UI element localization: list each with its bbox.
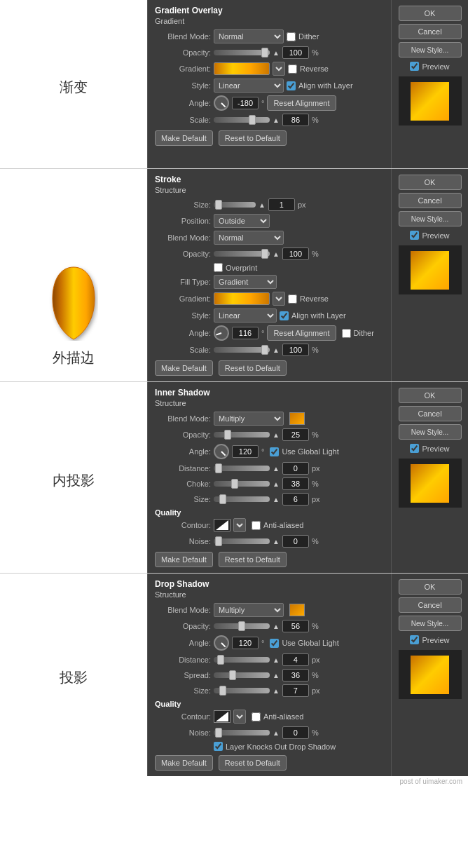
distance-input-drop[interactable] bbox=[282, 653, 309, 666]
gradient-bar-stroke[interactable] bbox=[214, 292, 270, 305]
size-slider-inner[interactable] bbox=[214, 496, 270, 502]
cancel-btn-gradient[interactable]: Cancel bbox=[399, 24, 462, 39]
blend-mode-select-drop[interactable]: Multiply Normal bbox=[214, 603, 284, 617]
new-style-btn-stroke[interactable]: New Style... bbox=[399, 211, 462, 226]
reset-alignment-btn-stroke[interactable]: Reset Alignment bbox=[267, 325, 336, 341]
spread-thumb-drop[interactable] bbox=[229, 670, 236, 680]
anti-aliased-checkbox-inner[interactable] bbox=[252, 521, 261, 530]
angle-dial-gradient[interactable] bbox=[214, 95, 229, 111]
choke-slider-inner[interactable] bbox=[214, 481, 270, 487]
scale-slider-stroke[interactable] bbox=[214, 347, 270, 353]
distance-input-inner[interactable] bbox=[282, 462, 309, 475]
ok-btn-drop[interactable]: OK bbox=[399, 579, 462, 595]
gradient-dropdown[interactable]: ▾ bbox=[273, 62, 285, 76]
opacity-slider-drop[interactable] bbox=[214, 623, 270, 629]
size-slider-drop[interactable] bbox=[214, 688, 270, 693]
opacity-thumb-gradient[interactable] bbox=[261, 48, 268, 57]
scale-input-gradient[interactable] bbox=[282, 114, 309, 126]
global-light-checkbox-drop[interactable] bbox=[270, 639, 279, 648]
opacity-slider-stroke[interactable] bbox=[214, 251, 270, 257]
layer-knocks-checkbox[interactable] bbox=[214, 742, 223, 751]
gradient-dropdown-stroke[interactable]: ▾ bbox=[273, 292, 285, 306]
ok-btn-inner[interactable]: OK bbox=[399, 388, 462, 403]
reset-default-btn-gradient[interactable]: Reset to Default bbox=[219, 130, 287, 146]
noise-slider-drop[interactable] bbox=[214, 730, 270, 735]
new-style-btn-drop[interactable]: New Style... bbox=[399, 616, 462, 631]
size-thumb-inner[interactable] bbox=[219, 494, 226, 504]
cancel-btn-drop[interactable]: Cancel bbox=[399, 597, 462, 613]
opacity-slider-inner[interactable] bbox=[214, 432, 270, 438]
make-default-btn-gradient[interactable]: Make Default bbox=[155, 130, 213, 146]
noise-input-drop[interactable] bbox=[282, 726, 309, 739]
distance-slider-drop[interactable] bbox=[214, 657, 270, 663]
contour-dropdown-drop[interactable]: ▾ bbox=[233, 710, 246, 724]
make-default-btn-inner[interactable]: Make Default bbox=[155, 552, 213, 567]
opacity-input-stroke[interactable] bbox=[282, 247, 309, 260]
reverse-checkbox[interactable] bbox=[288, 65, 297, 74]
new-style-btn-gradient[interactable]: New Style... bbox=[399, 42, 462, 57]
reset-default-btn-inner[interactable]: Reset to Default bbox=[219, 552, 287, 567]
angle-input-inner[interactable] bbox=[232, 445, 259, 458]
size-slider-stroke[interactable] bbox=[214, 202, 256, 208]
size-input-stroke[interactable] bbox=[268, 198, 295, 211]
noise-input-inner[interactable] bbox=[282, 535, 309, 548]
spread-slider-drop[interactable] bbox=[214, 672, 270, 678]
angle-dial-stroke[interactable] bbox=[211, 323, 231, 343]
distance-slider-inner[interactable] bbox=[214, 466, 270, 471]
blend-mode-select-inner[interactable]: Multiply Normal bbox=[214, 412, 284, 426]
new-style-btn-inner[interactable]: New Style... bbox=[399, 424, 462, 440]
opacity-input-gradient[interactable] bbox=[282, 46, 309, 59]
contour-preview-drop[interactable] bbox=[214, 710, 230, 723]
align-layer-checkbox-stroke[interactable] bbox=[280, 311, 289, 320]
style-select-gradient[interactable]: Linear Radial bbox=[214, 79, 284, 93]
opacity-thumb-stroke[interactable] bbox=[261, 249, 268, 259]
blend-color-swatch-drop[interactable] bbox=[289, 604, 305, 616]
cancel-btn-stroke[interactable]: Cancel bbox=[399, 193, 462, 208]
scale-input-stroke[interactable] bbox=[282, 344, 309, 356]
make-default-btn-stroke[interactable]: Make Default bbox=[155, 360, 213, 376]
blend-mode-select[interactable]: Normal Multiply bbox=[214, 29, 284, 43]
ok-btn-gradient[interactable]: OK bbox=[399, 6, 462, 21]
preview-check-gradient[interactable] bbox=[410, 62, 419, 71]
preview-check-stroke[interactable] bbox=[410, 231, 419, 240]
reverse-checkbox-stroke[interactable] bbox=[288, 294, 297, 304]
choke-input-inner[interactable] bbox=[282, 477, 309, 490]
anti-aliased-checkbox-drop[interactable] bbox=[252, 712, 261, 721]
reset-default-btn-drop[interactable]: Reset to Default bbox=[219, 755, 287, 771]
opacity-thumb-drop[interactable] bbox=[238, 621, 245, 631]
contour-dropdown-inner[interactable]: ▾ bbox=[233, 518, 246, 532]
angle-input-gradient[interactable] bbox=[232, 97, 259, 109]
angle-dial-drop[interactable] bbox=[214, 635, 229, 651]
blend-mode-select-stroke[interactable]: Normal Multiply bbox=[214, 231, 284, 245]
angle-input-drop[interactable] bbox=[232, 637, 259, 649]
dither-checkbox-stroke[interactable] bbox=[342, 329, 351, 338]
distance-thumb-inner[interactable] bbox=[215, 463, 222, 473]
opacity-thumb-inner[interactable] bbox=[224, 430, 231, 440]
opacity-slider-gradient[interactable] bbox=[214, 50, 270, 55]
size-input-inner[interactable] bbox=[282, 493, 309, 506]
opacity-input-drop[interactable] bbox=[282, 620, 309, 632]
dither-checkbox[interactable] bbox=[287, 32, 296, 41]
noise-thumb-drop[interactable] bbox=[215, 728, 222, 738]
global-light-checkbox-inner[interactable] bbox=[270, 447, 279, 456]
distance-thumb-drop[interactable] bbox=[217, 655, 224, 665]
choke-thumb-inner[interactable] bbox=[231, 479, 238, 489]
reset-alignment-btn-gradient[interactable]: Reset Alignment bbox=[267, 95, 336, 111]
preview-check-inner[interactable] bbox=[410, 444, 419, 453]
noise-thumb-inner[interactable] bbox=[215, 536, 222, 546]
contour-preview-inner[interactable] bbox=[214, 519, 230, 531]
position-select-stroke[interactable]: Outside Inside Center bbox=[214, 214, 270, 228]
scale-thumb-gradient[interactable] bbox=[249, 115, 256, 125]
spread-input-drop[interactable] bbox=[282, 669, 309, 681]
make-default-btn-drop[interactable]: Make Default bbox=[155, 755, 213, 771]
angle-input-stroke[interactable] bbox=[232, 327, 259, 339]
blend-color-swatch-inner[interactable] bbox=[289, 412, 305, 425]
size-input-drop[interactable] bbox=[282, 684, 309, 697]
gradient-preview-bar[interactable] bbox=[214, 62, 270, 75]
cancel-btn-inner[interactable]: Cancel bbox=[399, 406, 462, 421]
opacity-input-inner[interactable] bbox=[282, 428, 309, 441]
noise-slider-inner[interactable] bbox=[214, 538, 270, 544]
style-select-stroke[interactable]: Linear Radial bbox=[214, 308, 277, 323]
fill-type-select-stroke[interactable]: Gradient Color Pattern bbox=[214, 275, 277, 289]
ok-btn-stroke[interactable]: OK bbox=[399, 175, 462, 190]
